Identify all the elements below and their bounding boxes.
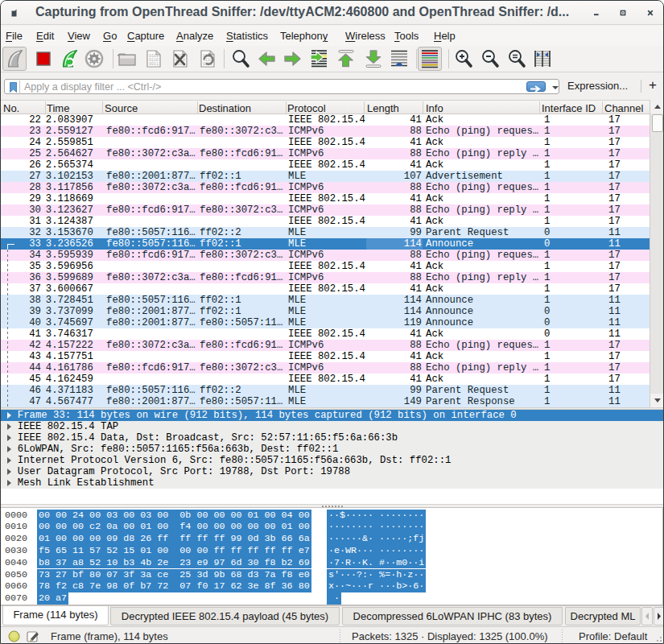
svg-text:0011: 0011 — [149, 62, 159, 67]
